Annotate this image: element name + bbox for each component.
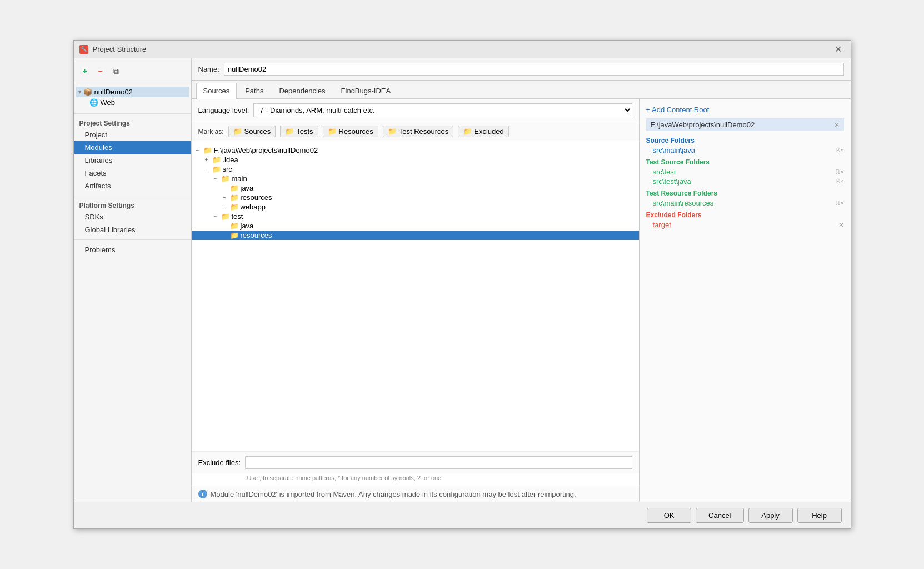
mark-resources-button[interactable]: 📁 Resources xyxy=(323,126,378,137)
apply-button[interactable]: Apply xyxy=(748,508,793,523)
exclude-hint: Use ; to separate name patterns, * for a… xyxy=(192,473,639,486)
add-content-root-button[interactable]: + Add Content Root xyxy=(646,103,844,116)
add-module-button[interactable]: + xyxy=(78,65,92,77)
src-toggle: − xyxy=(203,166,211,172)
test-source-folder-path-1: src\test\java xyxy=(653,177,691,186)
test-java-name: java xyxy=(241,222,254,230)
ftree-main-java[interactable]: 📁 java xyxy=(192,183,639,193)
test-source-folder-actions-0: ℝ× xyxy=(835,168,843,176)
help-button[interactable]: Help xyxy=(797,508,842,523)
source-folder-r-icon-0: ℝ× xyxy=(835,147,843,154)
project-settings-title: Project Settings xyxy=(74,117,191,128)
tab-paths[interactable]: Paths xyxy=(238,83,271,98)
title-bar-left: 🔧 Project Structure xyxy=(79,45,147,54)
name-label: Name: xyxy=(198,65,219,73)
test-source-folder-rx-0: ℝ× xyxy=(835,168,843,176)
sidebar-item-problems[interactable]: Problems xyxy=(74,243,191,256)
excluded-folder-actions-0: ✕ xyxy=(838,221,844,229)
test-source-folder-actions-1: ℝ× xyxy=(835,178,843,185)
main-java-name: java xyxy=(241,184,254,192)
language-level-select[interactable]: 7 - Diamonds, ARM, multi-catch etc. xyxy=(253,103,632,117)
mark-as-label: Mark as: xyxy=(198,128,224,136)
sidebar-item-sdks[interactable]: SDKs xyxy=(74,211,191,223)
exclude-files-row: Exclude files: xyxy=(192,451,639,473)
excluded-folder-path-0: target xyxy=(653,221,671,229)
ftree-main[interactable]: − 📁 main xyxy=(192,174,639,183)
idea-toggle: + xyxy=(203,157,211,163)
tree-panel: Language level: 7 - Diamonds, ARM, multi… xyxy=(192,99,640,502)
test-source-folders-header: Test Source Folders xyxy=(646,155,844,167)
sidebar-item-global-libraries[interactable]: Global Libraries xyxy=(74,223,191,236)
ok-button[interactable]: OK xyxy=(647,508,691,523)
root-folder-icon: 📁 xyxy=(203,146,212,154)
excluded-folder-remove-0[interactable]: ✕ xyxy=(838,221,844,229)
exclude-files-label: Exclude files: xyxy=(198,458,241,467)
test-source-folder-entry-1: src\test\java ℝ× xyxy=(646,177,844,186)
main-content: Name: Sources Paths Dependencies FindBug… xyxy=(192,58,851,502)
webapp-folder-icon: 📁 xyxy=(230,203,239,211)
root-name: F:\javaWeb\projects\nullDemo02 xyxy=(214,146,318,154)
title-bar: 🔧 Project Structure ✕ xyxy=(74,41,851,58)
mark-sources-button[interactable]: 📁 Sources xyxy=(228,126,276,137)
test-source-folder-entry-0: src\test ℝ× xyxy=(646,167,844,177)
module-tree-item-web[interactable]: 🌐 Web xyxy=(76,97,189,108)
cancel-button[interactable]: Cancel xyxy=(696,508,743,523)
ftree-main-resources[interactable]: + 📁 resources xyxy=(192,193,639,202)
name-input[interactable] xyxy=(224,63,844,76)
test-resources-name: resources xyxy=(241,231,272,239)
ftree-test-java[interactable]: 📁 java xyxy=(192,221,639,231)
app-icon: 🔧 xyxy=(79,45,88,54)
excluded-folder-entry-0: target ✕ xyxy=(646,220,844,229)
content-root-path: F:\javaWeb\projects\nullDemo02 ✕ xyxy=(646,118,844,131)
main-resources-toggle: + xyxy=(221,194,228,201)
sidebar-item-artifacts[interactable]: Artifacts xyxy=(74,179,191,192)
ftree-idea[interactable]: + 📁 .idea xyxy=(192,155,639,164)
close-button[interactable]: ✕ xyxy=(831,43,845,56)
sources-folder-icon: 📁 xyxy=(233,127,242,136)
maven-warning: i Module 'nullDemo02' is imported from M… xyxy=(192,486,639,502)
main-resources-folder-icon: 📁 xyxy=(230,193,239,202)
exclude-files-input[interactable] xyxy=(245,456,632,469)
tab-dependencies[interactable]: Dependencies xyxy=(272,83,332,98)
ftree-root[interactable]: − 📁 F:\javaWeb\projects\nullDemo02 xyxy=(192,146,639,155)
info-icon: i xyxy=(198,490,207,498)
sidebar-divider-1 xyxy=(74,113,191,114)
sidebar-item-libraries[interactable]: Libraries xyxy=(74,154,191,167)
main-toggle: − xyxy=(212,176,219,182)
sidebar-item-project[interactable]: Project xyxy=(74,128,191,141)
tab-sources[interactable]: Sources xyxy=(196,83,237,99)
tab-findbugs[interactable]: FindBugs-IDEA xyxy=(334,83,398,98)
tests-folder-icon: 📁 xyxy=(285,127,294,136)
src-name: src xyxy=(223,165,232,173)
copy-module-button[interactable]: ⧉ xyxy=(109,65,123,77)
idea-name: .idea xyxy=(223,156,238,164)
content-root-path-value: F:\javaWeb\projects\nullDemo02 xyxy=(651,121,755,129)
mark-excluded-button[interactable]: 📁 Excluded xyxy=(458,126,508,137)
ftree-src[interactable]: − 📁 src xyxy=(192,164,639,174)
language-level-label: Language level: xyxy=(198,106,249,114)
content-area: Language level: 7 - Diamonds, ARM, multi… xyxy=(192,99,851,502)
remove-module-button[interactable]: − xyxy=(94,65,107,77)
ftree-test-resources[interactable]: 📁 resources xyxy=(192,231,639,240)
excluded-folder-icon: 📁 xyxy=(463,127,472,136)
ftree-test[interactable]: − 📁 test xyxy=(192,212,639,221)
test-toggle: − xyxy=(212,213,219,219)
name-row: Name: xyxy=(192,58,851,81)
maven-warning-text: Module 'nullDemo02' is imported from Mav… xyxy=(211,490,576,498)
excluded-folders-header: Excluded Folders xyxy=(646,208,844,220)
content-root-remove-button[interactable]: ✕ xyxy=(834,121,840,129)
ftree-webapp[interactable]: + 📁 webapp xyxy=(192,202,639,212)
module-tree-item-nulldemo02[interactable]: ▾ 📦 nullDemo02 xyxy=(76,87,189,97)
mark-tests-button[interactable]: 📁 Tests xyxy=(280,126,318,137)
mark-test-resources-button[interactable]: 📁 Test Resources xyxy=(383,126,454,137)
test-resource-folder-actions-0: ℝ× xyxy=(835,199,843,207)
module-name: nullDemo02 xyxy=(94,88,133,96)
sidebar-item-facets[interactable]: Facets xyxy=(74,167,191,179)
sidebar-item-modules[interactable]: Modules xyxy=(74,141,191,154)
source-folder-path-0: src\main\java xyxy=(653,146,696,154)
dialog-footer: OK Cancel Apply Help xyxy=(74,502,851,528)
src-folder-icon: 📁 xyxy=(212,165,221,173)
dialog-title: Project Structure xyxy=(93,45,147,53)
source-folder-actions-0: ℝ× xyxy=(835,147,843,154)
main-folder-icon: 📁 xyxy=(221,174,230,183)
